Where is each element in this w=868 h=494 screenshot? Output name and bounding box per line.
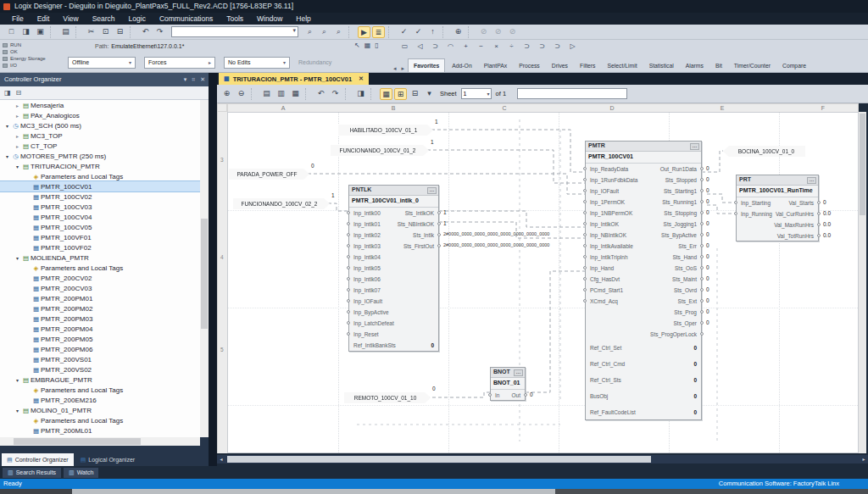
xor-gate-icon[interactable]: ⊃ (551, 41, 564, 53)
input-pin-connector[interactable] (583, 255, 587, 258)
redo-icon[interactable]: ↷ (153, 26, 166, 38)
input-pin-connector[interactable] (583, 299, 587, 303)
paste-sheet-icon[interactable]: ▦ (289, 88, 302, 100)
close-icon[interactable]: ✕ (200, 73, 205, 86)
scrollbar-thumb[interactable] (14, 438, 141, 445)
branch-icon[interactable]: ▭ (398, 41, 411, 53)
lock-c-icon[interactable]: ⊘ (506, 26, 519, 38)
menu-tools[interactable]: Tools (220, 13, 250, 25)
editor-vertical-scrollbar[interactable] (859, 112, 866, 453)
input-pin-connector[interactable] (583, 200, 587, 203)
find-all-icon[interactable]: ⌕ (332, 26, 345, 38)
zoom-in-icon[interactable]: ⊕ (220, 88, 233, 100)
tree-item-mensajeria[interactable]: ▸▤Mensajeria (0, 100, 200, 110)
tree-horizontal-scrollbar[interactable] (0, 437, 200, 446)
expand-chevron-icon[interactable]: ▸ (14, 113, 21, 119)
tree-item-molino-01-pmtr[interactable]: ▾▤MOLINO_01_PMTR (0, 405, 200, 415)
input-pin-connector[interactable] (347, 332, 350, 336)
sheet-select[interactable]: 1 (461, 88, 492, 99)
instruction-tab-add-on[interactable]: Add-On (447, 59, 476, 72)
chevron-down-icon[interactable]: ▾ (184, 73, 187, 86)
input-pin-connector[interactable] (583, 277, 587, 280)
input-pin-connector[interactable] (347, 222, 350, 225)
next-sheet-icon[interactable]: ↷ (329, 88, 342, 100)
input-reference-parada_power_off[interactable]: PARADA_POWER_OFF (229, 169, 309, 180)
tag-search-combobox[interactable] (171, 26, 298, 37)
output-pin-connector[interactable] (700, 222, 704, 225)
output-pin-connector[interactable] (700, 255, 704, 258)
jump-wire-icon[interactable]: ◠ (444, 41, 457, 53)
output-reference-bocina_100cv_01_0[interactable]: BOCINA_100CV_01_0 (723, 146, 805, 157)
input-wire-icon[interactable]: ◁ (414, 41, 426, 53)
close-icon[interactable]: ✕ (359, 75, 364, 82)
output-pin-connector[interactable] (437, 222, 441, 225)
subtract-instruction-icon[interactable]: − (475, 41, 487, 53)
output-tab-watch[interactable]: ▥Watch (64, 468, 98, 478)
output-pin-connector[interactable] (700, 189, 704, 192)
ladder-editor-icon[interactable]: ≣ (372, 26, 385, 38)
zoom-out-icon[interactable]: ⊖ (235, 88, 248, 100)
tree-item-pmtr-200pm05[interactable]: ▦PMTR_200PM05 (0, 334, 200, 344)
tree-item-embrague-pmtr[interactable]: ▾▤EMBRAGUE_PMTR (0, 375, 200, 385)
lock-b-icon[interactable]: ⊘ (492, 26, 504, 38)
expand-chevron-icon[interactable]: ▸ (14, 143, 21, 149)
and-gate-icon[interactable]: ⊃ (520, 41, 533, 53)
tree-item-molienda-pmtr[interactable]: ▾▤MOLIENDA_PMTR (0, 253, 200, 263)
feedback-wire-icon[interactable]: ⊃ (429, 41, 442, 53)
new-sheet-icon[interactable]: ▤ (260, 88, 273, 100)
instruction-tab-compare[interactable]: Compare (777, 59, 811, 72)
output-pin-connector[interactable] (700, 299, 704, 303)
expand-chevron-icon[interactable]: ▾ (3, 153, 11, 159)
editor-horizontal-scrollbar[interactable]: ◂ ▸ (217, 455, 868, 463)
input-pin-connector[interactable] (583, 288, 587, 291)
input-pin-connector[interactable] (583, 189, 587, 192)
tree-item-parameters-and-local-tags[interactable]: ◈Parameters and Local Tags (0, 171, 200, 181)
tree-item-pmtr-100vf02[interactable]: ▦PMTR_100VF02 (0, 242, 200, 253)
tree-item-pmtr-100cv01[interactable]: ▦PMTR_100CV01 (0, 181, 200, 191)
panel-tab-logical-organizer[interactable]: ▤Logical Organizer (75, 453, 141, 466)
input-pin-connector[interactable] (583, 211, 587, 214)
output-pin-connector[interactable] (700, 233, 704, 236)
output-pin-connector[interactable] (817, 201, 821, 204)
tree-item-pmtr-200pm04[interactable]: ▦PMTR_200PM04 (0, 324, 200, 334)
add-instruction-icon[interactable]: + (459, 41, 472, 53)
menu-search[interactable]: Search (86, 13, 122, 25)
verify-routine-icon[interactable]: ✓ (398, 26, 410, 38)
input-pin-connector[interactable] (347, 321, 350, 325)
input-pin-connector[interactable] (583, 244, 587, 247)
tree-vertical-scrollbar[interactable] (200, 100, 209, 437)
output-pin-connector[interactable] (700, 266, 704, 269)
input-pin-connector[interactable] (583, 178, 587, 181)
fbd-canvas[interactable]: HABILITADO_100CV_01_11FUNCIONANDO_100CV_… (227, 112, 859, 453)
tree-item-mc3-top[interactable]: ▸▤MC3_TOP (0, 130, 200, 141)
tree-item-pmtr-200ml01[interactable]: ▦PMTR_200ML01 (0, 425, 200, 436)
paste-icon[interactable]: ⊟ (114, 26, 126, 38)
tree-item-parameters-and-local-tags[interactable]: ◈Parameters and Local Tags (0, 385, 200, 395)
tree-item-pmtr-200pm03[interactable]: ▦PMTR_200PM03 (0, 314, 200, 324)
or-gate-icon[interactable]: ⊃ (536, 41, 548, 53)
tree-item-pmtr-200pm02[interactable]: ▦PMTR_200PM02 (0, 303, 200, 314)
expand-chevron-icon[interactable]: ▾ (14, 164, 21, 169)
tree-item-parameters-and-local-tags[interactable]: ◈Parameters and Local Tags (0, 415, 200, 425)
block-properties-button[interactable]: … (807, 177, 816, 184)
output-pin-connector[interactable] (437, 211, 441, 214)
tree-item-pmtr-200em216[interactable]: ▦PMTR_200EM216 (0, 395, 200, 405)
expand-chevron-icon[interactable]: ▾ (14, 408, 21, 414)
print-icon[interactable]: ▤ (59, 26, 72, 38)
instruction-tab-filters[interactable]: Filters (575, 59, 601, 72)
panel-splitter[interactable] (209, 73, 217, 466)
expand-chevron-icon[interactable]: ▾ (3, 123, 11, 129)
tree-item-pax-analogicos[interactable]: ▸▤PAx_Analogicos (0, 110, 200, 120)
input-pin-connector[interactable] (347, 211, 350, 214)
instruction-tab-process[interactable]: Process (514, 59, 545, 72)
tree-item-pmtr-200pm01[interactable]: ▦PMTR_200PM01 (0, 293, 200, 303)
output-pin-connector[interactable] (437, 244, 441, 247)
instruction-tab-select-limit[interactable]: Select/Limit (603, 59, 643, 72)
tree-item-pmtr-100cv04[interactable]: ▦PMTR_100CV04 (0, 212, 200, 222)
scroll-right-icon[interactable]: ▸ (860, 455, 868, 463)
edits-dropdown[interactable]: No Edits▾ (224, 57, 290, 69)
output-pin-connector[interactable] (437, 233, 441, 236)
output-pin-connector[interactable] (700, 277, 704, 280)
panel-tab-controller-organizer[interactable]: ▤Controller Organizer (2, 453, 74, 466)
expand-chevron-icon[interactable]: ▸ (14, 133, 21, 139)
